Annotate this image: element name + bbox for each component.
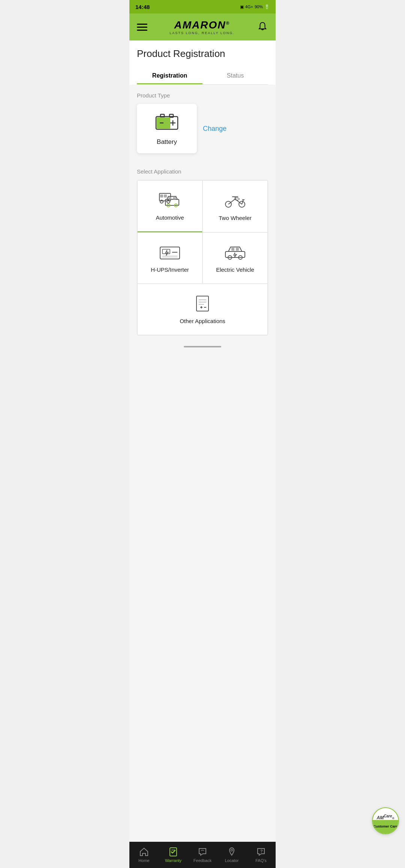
svg-line-23 — [242, 200, 243, 204]
nav-faqs-label: FAQ's — [255, 858, 267, 863]
nav-item-faqs[interactable]: ? FAQ's — [246, 847, 276, 863]
svg-rect-36 — [196, 296, 208, 311]
other-applications-icon — [191, 295, 214, 313]
home-nav-icon — [139, 847, 149, 857]
nav-item-home[interactable]: Home — [129, 847, 159, 863]
scroll-bar — [184, 346, 221, 347]
signal-status: 4G+ — [245, 4, 253, 9]
svg-text:?: ? — [260, 849, 263, 853]
svg-rect-32 — [231, 248, 234, 251]
notification-bell[interactable] — [257, 21, 268, 33]
feedback-nav-icon — [198, 847, 207, 857]
logo-text: AMARON® — [170, 19, 235, 31]
battery-status: ▣ — [240, 4, 244, 9]
battery-product-icon — [154, 111, 180, 134]
faqs-nav-icon: ? — [256, 847, 266, 857]
status-time: 14:48 — [135, 4, 150, 10]
app-cell-other-label: Other Applications — [180, 318, 225, 324]
status-bar: 14:48 ▣ 4G+ 90% 🔋 — [129, 0, 276, 13]
tab-status[interactable]: Status — [202, 67, 268, 84]
product-card-battery: Battery — [137, 104, 197, 153]
battery-icon: 🔋 — [264, 4, 270, 9]
svg-rect-8 — [160, 195, 163, 198]
svg-point-45 — [231, 849, 233, 851]
locator-nav-icon — [227, 847, 237, 857]
tabs: Registration Status — [137, 67, 268, 85]
svg-rect-2 — [170, 114, 173, 117]
two-wheeler-icon — [224, 192, 246, 210]
product-card-battery-label: Battery — [157, 138, 177, 146]
app-cell-automotive-label: Automotive — [156, 214, 184, 221]
product-type-section: Product Type — [129, 85, 276, 161]
app-cell-other[interactable]: Other Applications — [137, 284, 268, 335]
scroll-indicator — [129, 343, 276, 350]
app-cell-electric-vehicle[interactable]: Electric Vehicle — [202, 232, 268, 284]
app-cell-ev-label: Electric Vehicle — [216, 266, 254, 273]
nav-feedback-label: Feedback — [194, 858, 212, 863]
svg-rect-9 — [164, 195, 167, 198]
change-product-button[interactable]: Change — [203, 125, 226, 133]
app-cell-two-wheeler[interactable]: Two Wheeler — [202, 180, 268, 232]
nav-item-warranty[interactable]: Warranty — [159, 847, 188, 863]
logo-tagline: LASTS LONG, REALLY LONG. — [170, 31, 235, 35]
svg-rect-13 — [168, 197, 171, 199]
page-title-section: Product Registration Registration Status — [129, 40, 276, 85]
nav-item-feedback[interactable]: Feedback — [188, 847, 217, 863]
select-application-section: Select Application — [129, 161, 276, 343]
product-type-label: Product Type — [137, 92, 268, 99]
electric-vehicle-icon — [224, 243, 246, 261]
battery-percent: 90% — [255, 4, 263, 9]
app-cell-two-wheeler-label: Two Wheeler — [219, 215, 252, 221]
nav-item-locator[interactable]: Locator — [217, 847, 246, 863]
hamburger-menu[interactable] — [137, 24, 147, 31]
select-application-label: Select Application — [137, 168, 268, 175]
bottom-nav: Home Warranty Feedback Locator ? FAQ's — [129, 842, 276, 868]
app-logo: AMARON® LASTS LONG, REALLY LONG. — [170, 19, 235, 35]
nav-home-label: Home — [138, 858, 149, 863]
svg-rect-1 — [160, 114, 164, 117]
tab-registration[interactable]: Registration — [137, 67, 202, 84]
automotive-icon — [159, 191, 181, 209]
nav-locator-label: Locator — [225, 858, 239, 863]
page-title: Product Registration — [137, 48, 268, 60]
app-cell-hups-label: H-UPS/Inverter — [151, 266, 189, 273]
main-content: Product Registration Registration Status… — [129, 40, 276, 842]
svg-rect-14 — [173, 197, 176, 199]
hups-inverter-icon — [159, 243, 181, 261]
warranty-nav-icon — [168, 847, 178, 857]
app-header: AMARON® LASTS LONG, REALLY LONG. — [129, 13, 276, 40]
app-cell-hups-inverter[interactable]: H-UPS/Inverter — [137, 232, 202, 284]
svg-rect-33 — [236, 248, 239, 251]
product-type-row: Battery Change — [137, 104, 268, 153]
status-icons: ▣ 4G+ 90% 🔋 — [240, 4, 270, 9]
application-grid: Automotive Two Wheel — [137, 180, 268, 335]
app-cell-automotive[interactable]: Automotive — [137, 180, 202, 232]
nav-warranty-label: Warranty — [165, 858, 182, 863]
